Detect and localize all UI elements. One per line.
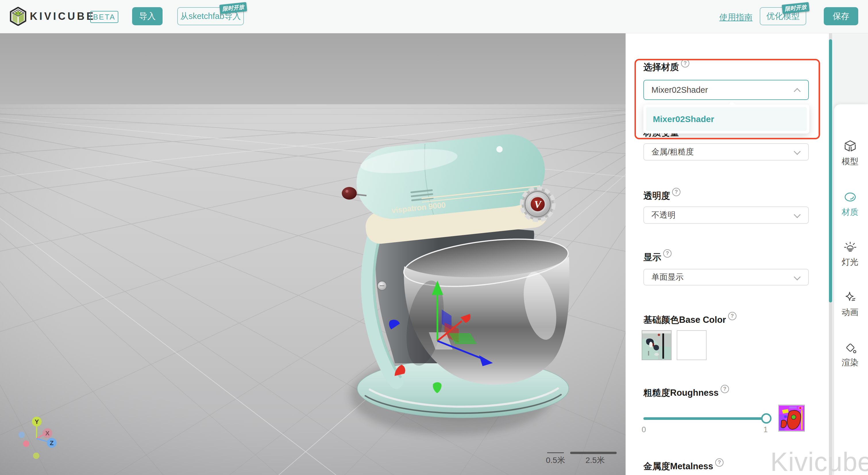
hub-logo-letter: V (534, 199, 542, 210)
select-material-label-text: 选择材质 (643, 61, 679, 73)
material-dropdown-menu: Mixer02Shader (643, 104, 809, 133)
tab-material[interactable]: 材质 (832, 190, 868, 218)
help-icon[interactable]: ? (728, 312, 737, 320)
import-button[interactable]: 导入 (132, 7, 162, 25)
panel-scrollbar[interactable] (829, 33, 832, 475)
chevron-up-icon (794, 88, 801, 95)
light-icon (843, 240, 857, 254)
beta-badge: BETA (90, 11, 118, 23)
sketchfab-import-button[interactable]: 从sketchfab导入 限时开放 (177, 7, 244, 25)
axis-neg-z-handle[interactable] (19, 432, 25, 438)
select-material-label: 选择材质 ? (643, 61, 689, 73)
scene-render: vispatron 9000 V (0, 33, 626, 475)
tab-lighting[interactable]: 灯光 (832, 240, 868, 268)
material-select-value: Mixer02Shader (651, 85, 708, 95)
material-dropdown-option[interactable]: Mixer02Shader (646, 107, 807, 131)
axis-neg-y-handle[interactable] (33, 453, 39, 459)
panel-scrollbar-thumb[interactable] (829, 39, 832, 303)
roughness-texture (779, 405, 804, 431)
chevron-down-icon (794, 148, 801, 155)
roughness-max-label: 1 (764, 425, 768, 434)
roughness-slider[interactable] (643, 417, 767, 420)
roughness-label-text: 粗糙度Roughness (643, 387, 719, 399)
tab-render[interactable]: 渲染 (832, 340, 868, 369)
mixer-model: vispatron 9000 V (342, 131, 571, 418)
chevron-down-icon (794, 274, 801, 280)
roughness-texture-swatch[interactable] (778, 405, 805, 432)
tab-animation[interactable]: 动画 (832, 290, 868, 318)
material-properties-panel: 选择材质 ? Mixer02Shader Mixer02Shader 材质变量 … (626, 33, 829, 475)
chevron-down-icon (794, 211, 801, 218)
editor-mode-toolbar: 模型 材质 灯光 动画 (832, 33, 868, 475)
help-icon[interactable]: ? (715, 458, 723, 467)
metalness-label-text: 金属度Metalness (643, 461, 713, 472)
base-color-plain-swatch[interactable] (677, 330, 707, 360)
sphere-icon (843, 190, 857, 204)
display-label: 显示 ? (643, 251, 672, 263)
tab-model-label: 模型 (832, 156, 868, 167)
kivicube-watermark: Kivicube (770, 447, 868, 475)
help-icon[interactable]: ? (663, 249, 672, 258)
axis-neg-x-handle[interactable] (23, 441, 29, 447)
cube-icon (843, 139, 857, 154)
limited-time-badge: 限时开放 (782, 2, 810, 14)
display-select-value: 单面显示 (651, 272, 684, 283)
help-icon[interactable]: ? (681, 59, 689, 67)
display-select[interactable]: 单面显示 (643, 269, 809, 285)
save-button[interactable]: 保存 (824, 7, 858, 25)
tab-render-label: 渲染 (832, 357, 868, 369)
opacity-label: 透明度 ? (643, 190, 680, 202)
axis-y-label: Y (35, 418, 39, 425)
sparkle-icon (843, 290, 857, 305)
base-color-texture-swatch[interactable] (642, 330, 672, 360)
header-bar: KIVICUBE BETA 导入 从sketchfab导入 限时开放 使用指南 … (0, 0, 868, 33)
sky-gradient (0, 33, 626, 104)
user-guide-link[interactable]: 使用指南 (719, 12, 752, 23)
tab-material-label: 材质 (832, 207, 868, 218)
viewport-canvas[interactable]: vispatron 9000 V (0, 33, 626, 475)
scale-small-label: 0.5米 (546, 456, 565, 465)
base-color-texture (642, 331, 671, 359)
display-label-text: 显示 (643, 251, 661, 263)
optimize-model-button[interactable]: 优化模型 限时开放 (760, 7, 806, 25)
axis-z-label: Z (50, 439, 54, 447)
opacity-select-value: 不透明 (651, 210, 676, 221)
base-color-label-text: 基础颜色Base Color (643, 314, 726, 326)
opacity-label-text: 透明度 (643, 190, 670, 202)
material-select[interactable]: Mixer02Shader (643, 80, 809, 100)
workflow-select[interactable]: 金属/粗糙度 (643, 143, 809, 161)
base-color-label: 基础颜色Base Color ? (643, 314, 737, 326)
limited-time-badge: 限时开放 (219, 2, 247, 14)
roughness-slider-thumb[interactable] (761, 413, 772, 423)
import-button-label: 导入 (139, 11, 156, 22)
tab-lighting-label: 灯光 (832, 256, 868, 268)
diamond-icon (843, 340, 857, 355)
opacity-select[interactable]: 不透明 (643, 207, 809, 224)
material-option-label: Mixer02Shader (653, 114, 714, 124)
tab-animation-label: 动画 (832, 307, 868, 318)
roughness-label: 粗糙度Roughness ? (643, 387, 729, 399)
help-icon[interactable]: ? (721, 385, 729, 393)
axis-x-label: X (45, 430, 50, 437)
kivicube-editor: KIVICUBE BETA 导入 从sketchfab导入 限时开放 使用指南 … (0, 0, 868, 475)
help-icon[interactable]: ? (672, 188, 680, 196)
tab-model[interactable]: 模型 (832, 139, 868, 167)
scale-large-label: 2.5米 (586, 456, 605, 465)
kiwi-cube-logo (10, 7, 26, 26)
workflow-select-value: 金属/粗糙度 (651, 147, 694, 157)
attachment-hub: V (522, 188, 554, 220)
brand-title: KIVICUBE (30, 10, 95, 22)
roughness-min-label: 0 (642, 425, 646, 434)
save-button-label: 保存 (833, 11, 849, 22)
metalness-label: 金属度Metalness ? (643, 461, 723, 472)
